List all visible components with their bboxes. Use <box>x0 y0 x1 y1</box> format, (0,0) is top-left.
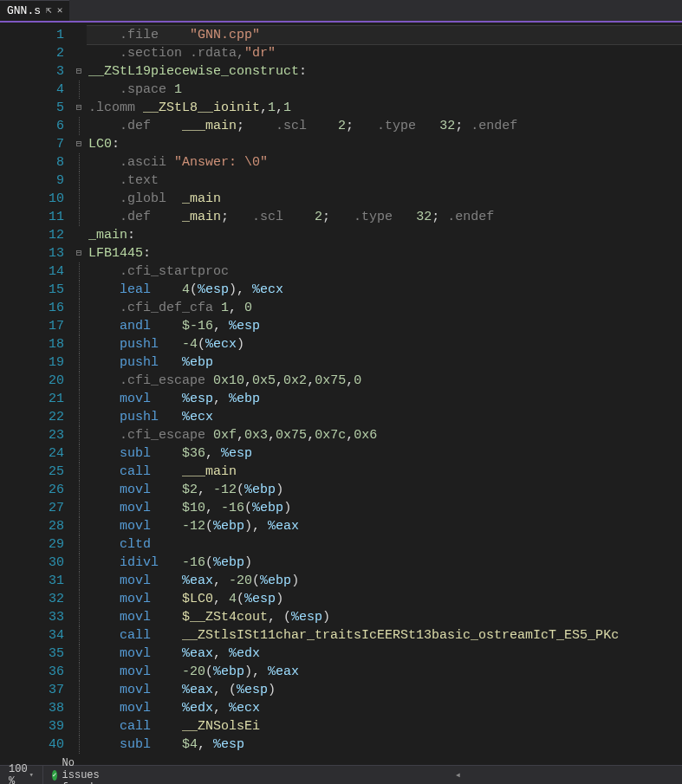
code-line[interactable]: .cfi_def_cfa 1, 0 <box>87 299 682 317</box>
fold-guide <box>71 172 87 190</box>
code-line[interactable]: movl %esp, %ebp <box>87 390 682 408</box>
fold-guide <box>71 44 87 62</box>
status-bar: 100 % ▾ ✓ No issues found ◂ <box>0 765 682 784</box>
line-number: 28 <box>0 517 71 535</box>
code-line[interactable]: LFB1445: <box>87 244 682 262</box>
code-line[interactable]: call ___main <box>87 463 682 481</box>
line-number: 23 <box>0 426 71 444</box>
tab-bar: GNN.s ⇱ ✕ <box>0 0 682 23</box>
line-number: 18 <box>0 335 71 353</box>
code-area[interactable]: .file "GNN.cpp" .section .rdata,"dr"__ZS… <box>87 23 682 765</box>
code-line[interactable]: .text <box>87 172 682 190</box>
code-line[interactable]: movl $10, -16(%ebp) <box>87 499 682 517</box>
fold-column[interactable] <box>71 23 87 765</box>
fold-toggle-icon[interactable] <box>71 99 87 117</box>
code-line[interactable]: .space 1 <box>87 81 682 99</box>
code-line[interactable]: .cfi_escape 0xf,0x3,0x75,0x7c,0x6 <box>87 426 682 444</box>
code-line[interactable]: movl %eax, %edx <box>87 645 682 663</box>
fold-guide <box>71 735 87 754</box>
line-number: 31 <box>0 572 71 590</box>
line-number: 20 <box>0 372 71 390</box>
fold-guide <box>71 208 87 226</box>
fold-guide <box>71 590 87 608</box>
code-line[interactable]: andl $-16, %esp <box>87 317 682 335</box>
code-line[interactable]: .def ___main; .scl 2; .type 32; .endef <box>87 117 682 135</box>
code-line[interactable]: call __ZNSolsEi <box>87 717 682 735</box>
fold-guide <box>71 517 87 535</box>
fold-guide <box>71 281 87 299</box>
line-number: 22 <box>0 408 71 426</box>
code-line[interactable]: subl $36, %esp <box>87 444 682 463</box>
code-line[interactable]: subl $4, %esp <box>87 735 682 754</box>
code-line[interactable]: call __ZStlsISt11char_traitsIcEERSt13bas… <box>87 626 682 645</box>
code-line[interactable]: movl -20(%ebp), %eax <box>87 663 682 681</box>
line-number: 29 <box>0 535 71 554</box>
fold-guide <box>71 554 87 572</box>
code-line[interactable]: .globl _main <box>87 190 682 208</box>
code-line[interactable]: movl %edx, %ecx <box>87 699 682 717</box>
fold-toggle-icon[interactable] <box>71 244 87 262</box>
issues-indicator[interactable]: ✓ No issues found <box>43 757 114 785</box>
line-number-gutter: 1234567891011121314151617181920212223242… <box>0 23 71 765</box>
line-number: 7 <box>0 135 71 153</box>
code-line[interactable]: .def _main; .scl 2; .type 32; .endef <box>87 208 682 226</box>
line-number: 13 <box>0 244 71 262</box>
line-number: 12 <box>0 226 71 244</box>
pin-icon[interactable]: ⇱ <box>46 6 52 16</box>
line-number: 9 <box>0 172 71 190</box>
code-editor[interactable]: 1234567891011121314151617181920212223242… <box>0 23 682 765</box>
code-line[interactable]: pushl %ecx <box>87 408 682 426</box>
line-number: 2 <box>0 44 71 62</box>
code-line[interactable]: .section .rdata,"dr" <box>87 44 682 62</box>
line-number: 3 <box>0 62 71 81</box>
fold-guide <box>71 299 87 317</box>
fold-toggle-icon[interactable] <box>71 62 87 81</box>
code-line[interactable]: movl $__ZSt4cout, (%esp) <box>87 608 682 626</box>
tab-gnn-s[interactable]: GNN.s ⇱ ✕ <box>0 0 69 21</box>
fold-guide <box>71 262 87 281</box>
fold-guide <box>71 426 87 444</box>
code-line[interactable]: .cfi_escape 0x10,0x5,0x2,0x75,0 <box>87 372 682 390</box>
code-line[interactable]: movl -12(%ebp), %eax <box>87 517 682 535</box>
code-line[interactable]: .cfi_startproc <box>87 262 682 281</box>
line-number: 24 <box>0 444 71 463</box>
code-line[interactable]: movl $2, -12(%ebp) <box>87 481 682 499</box>
fold-guide <box>71 481 87 499</box>
code-line[interactable]: idivl -16(%ebp) <box>87 554 682 572</box>
line-number: 32 <box>0 590 71 608</box>
fold-guide <box>71 608 87 626</box>
fold-guide <box>71 190 87 208</box>
fold-guide <box>71 372 87 390</box>
scroll-left-icon[interactable]: ◂ <box>114 768 682 781</box>
fold-guide <box>71 499 87 517</box>
code-line[interactable]: _main: <box>87 226 682 244</box>
line-number: 21 <box>0 390 71 408</box>
code-line[interactable]: .file "GNN.cpp" <box>87 26 682 44</box>
line-number: 17 <box>0 317 71 335</box>
line-number: 40 <box>0 735 71 754</box>
fold-toggle-icon[interactable] <box>71 135 87 153</box>
code-line[interactable]: pushl %ebp <box>87 353 682 372</box>
fold-guide <box>71 335 87 353</box>
fold-guide <box>71 626 87 645</box>
code-line[interactable]: movl $LC0, 4(%esp) <box>87 590 682 608</box>
fold-guide <box>71 463 87 481</box>
code-line[interactable]: LC0: <box>87 135 682 153</box>
code-line[interactable]: pushl -4(%ecx) <box>87 335 682 353</box>
code-line[interactable]: __ZStL19piecewise_construct: <box>87 62 682 81</box>
close-icon[interactable]: ✕ <box>57 6 63 16</box>
code-line[interactable]: cltd <box>87 535 682 554</box>
line-number: 33 <box>0 608 71 626</box>
line-number: 5 <box>0 99 71 117</box>
code-line[interactable]: movl %eax, -20(%ebp) <box>87 572 682 590</box>
code-line[interactable]: leal 4(%esp), %ecx <box>87 281 682 299</box>
code-line[interactable]: movl %eax, (%esp) <box>87 681 682 699</box>
code-line[interactable]: .lcomm __ZStL8__ioinit,1,1 <box>87 99 682 117</box>
fold-guide <box>71 117 87 135</box>
code-line[interactable]: .ascii "Answer: \0" <box>87 153 682 172</box>
fold-guide <box>71 444 87 463</box>
zoom-level[interactable]: 100 % ▾ <box>0 766 43 784</box>
line-number: 37 <box>0 681 71 699</box>
line-number: 4 <box>0 81 71 99</box>
fold-guide <box>71 408 87 426</box>
